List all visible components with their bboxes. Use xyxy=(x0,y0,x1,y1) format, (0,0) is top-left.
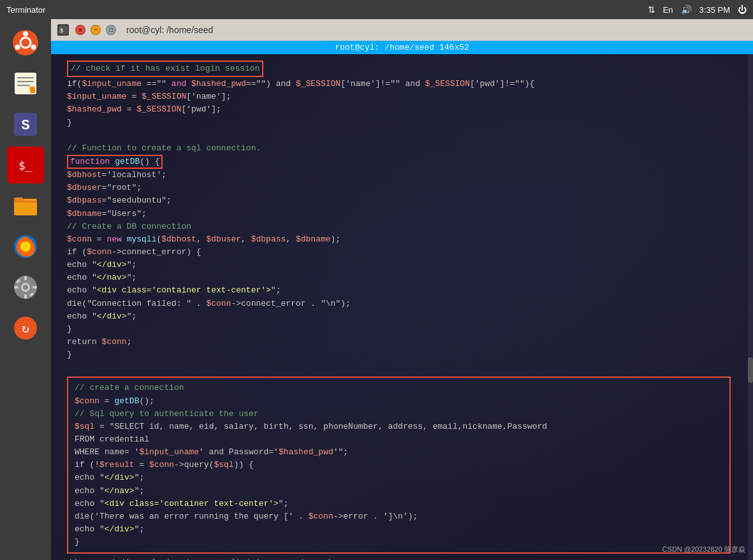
terminal-window: $ ✕ − □ root@cyl: /home/seed root@cyl: /… xyxy=(51,19,753,560)
dock-item-settings[interactable] xyxy=(7,269,44,306)
keyboard-icon[interactable]: ⇅ xyxy=(648,4,655,15)
svg-rect-9 xyxy=(29,86,36,93)
svg-text:↻: ↻ xyxy=(22,322,29,336)
highlight-box-getdb: function getDB() { xyxy=(67,155,163,169)
svg-text:$: $ xyxy=(60,28,64,34)
win-minimize-btn[interactable]: − xyxy=(91,25,101,35)
power-icon[interactable]: ⏻ xyxy=(738,4,747,15)
dock-item-terminal[interactable]: $_ xyxy=(7,147,44,183)
dock-item-firefox[interactable] xyxy=(7,228,44,265)
time-label: 3:35 PM xyxy=(699,5,730,15)
volume-icon[interactable]: 🔊 xyxy=(681,4,692,15)
scrollbar-thumb[interactable] xyxy=(748,357,753,383)
highlight-box-section: // create a connection $conn = getDB(); … xyxy=(67,377,731,554)
svg-point-3 xyxy=(15,45,20,50)
svg-rect-23 xyxy=(33,286,37,289)
scrollbar[interactable] xyxy=(748,54,753,560)
system-bar: Terminator ⇅ En 🔊 3:35 PM ⏻ xyxy=(0,0,753,19)
terminal-header-strip: root@cyl: /home/seed 146x52 xyxy=(51,41,753,54)
dock: S $_ xyxy=(0,19,51,560)
svg-rect-21 xyxy=(24,294,27,299)
dock-item-text-editor[interactable] xyxy=(7,65,44,102)
svg-text:$_: $_ xyxy=(18,159,33,172)
svg-point-4 xyxy=(31,45,36,50)
win-maximize-btn[interactable]: □ xyxy=(106,25,116,35)
svg-point-2 xyxy=(23,31,28,36)
svg-point-16 xyxy=(20,241,31,252)
dock-item-files[interactable] xyxy=(7,187,44,224)
dock-item-sublime[interactable]: S xyxy=(7,106,44,143)
terminal-header-label: root@cyl: /home/seed 146x52 xyxy=(335,43,469,52)
system-bar-right: ⇅ En 🔊 3:35 PM ⏻ xyxy=(648,4,747,15)
highlight-box-1: // check if it has exist login session xyxy=(67,61,263,77)
terminal-small-icon: $ xyxy=(57,24,69,36)
terminal-titlebar: $ ✕ − □ root@cyl: /home/seed xyxy=(51,19,753,41)
code-content: // check if it has exist login session i… xyxy=(67,61,743,560)
svg-rect-20 xyxy=(24,276,27,280)
win-close-btn[interactable]: ✕ xyxy=(75,25,85,35)
app-name: Terminator xyxy=(6,5,45,15)
lang-label: En xyxy=(663,5,673,15)
code-area[interactable]: // check if it has exist login session i… xyxy=(51,54,753,560)
watermark: CSDN @20232820 陈彦焱 xyxy=(662,544,745,555)
svg-text:S: S xyxy=(21,118,29,134)
system-bar-left: Terminator xyxy=(6,5,45,15)
dock-item-update[interactable]: ↻ xyxy=(7,310,44,347)
svg-point-19 xyxy=(23,285,28,290)
dock-item-ubuntu[interactable] xyxy=(7,24,44,61)
main-area: S $_ xyxy=(0,19,753,560)
svg-rect-22 xyxy=(14,286,18,289)
code-line-comment1: // check if it has exist login session xyxy=(71,64,260,73)
titlebar-title: root@cyl: /home/seed xyxy=(126,25,213,35)
